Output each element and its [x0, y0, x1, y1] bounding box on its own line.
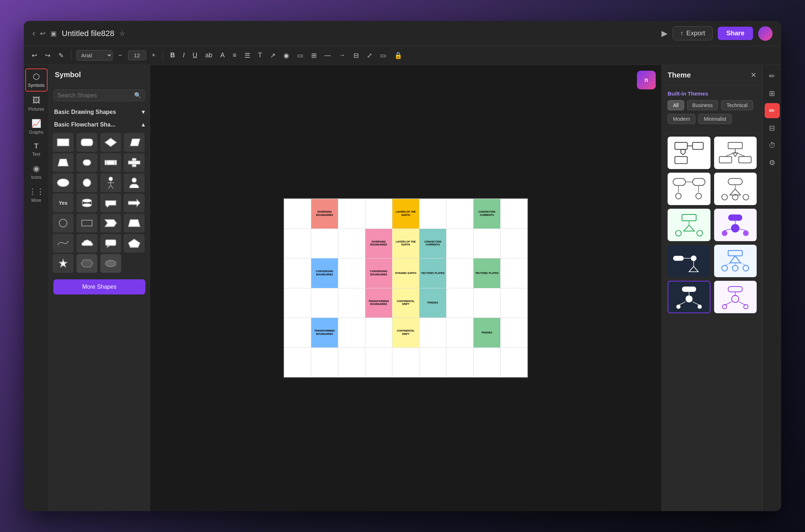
shape-rounded-rect[interactable]: [76, 133, 97, 152]
sidebar-item-text[interactable]: T Text: [25, 139, 48, 160]
theme-card-8[interactable]: [714, 245, 757, 277]
menu-button[interactable]: ↩: [40, 30, 45, 37]
redo-button[interactable]: ↪: [43, 50, 53, 61]
avatar[interactable]: [758, 26, 773, 41]
right-tool-settings[interactable]: ⚙: [765, 155, 780, 170]
text-button[interactable]: T: [256, 50, 264, 61]
right-tool-table[interactable]: ⊞: [765, 86, 780, 101]
right-tool-pen[interactable]: ✏: [765, 68, 780, 84]
shape-trapezoid2[interactable]: [124, 214, 145, 232]
filter-modern[interactable]: Modern: [668, 114, 695, 124]
font-select[interactable]: Arial: [76, 50, 113, 61]
more-shapes-button[interactable]: More Shapes: [53, 279, 145, 294]
resize-button[interactable]: ⤢: [365, 50, 374, 61]
fill-button[interactable]: ◉: [281, 50, 291, 61]
svg-line-80: [725, 263, 731, 265]
font-color-button[interactable]: A: [218, 50, 227, 61]
share-button[interactable]: Share: [718, 27, 753, 40]
shape-yes-decision[interactable]: Yes: [53, 194, 74, 212]
theme-card-5[interactable]: [668, 209, 711, 241]
shape-pentagon[interactable]: [124, 234, 145, 253]
arrow-button[interactable]: →: [337, 50, 348, 61]
shape-cross[interactable]: [124, 153, 145, 172]
shape-diamond[interactable]: [100, 133, 121, 152]
play-button[interactable]: ▶: [661, 29, 668, 38]
border-button[interactable]: ▭: [295, 50, 305, 61]
filter-all[interactable]: All: [668, 100, 684, 110]
sidebar-item-more[interactable]: ⋮⋮ More: [25, 184, 48, 206]
shape-user[interactable]: [124, 173, 145, 192]
line-style-button[interactable]: —: [322, 50, 333, 61]
theme-card-10[interactable]: [714, 281, 757, 313]
line-spacing-button[interactable]: ☰: [242, 50, 252, 61]
table-button[interactable]: ⊞: [309, 50, 319, 61]
back-button[interactable]: ‹: [32, 29, 35, 38]
filter-technical[interactable]: Technical: [721, 100, 753, 110]
connector-button[interactable]: ↗: [268, 50, 278, 61]
basic-flowchart-header[interactable]: Basic Flowchart Sha... ▴: [49, 118, 150, 131]
shape-cylinder[interactable]: [76, 194, 97, 212]
filter-minimalist[interactable]: Minimalist: [698, 114, 731, 124]
sidebar-item-pictures[interactable]: 🖼 Pictures: [25, 93, 48, 115]
right-tool-layout[interactable]: ⊟: [765, 120, 780, 136]
sidebar-item-graphs[interactable]: 📈 Graphs: [25, 116, 48, 138]
underline-button[interactable]: U: [190, 50, 199, 61]
sidebar-item-symbols[interactable]: ⬡ Symbols: [25, 68, 48, 92]
theme-card-2[interactable]: [714, 137, 757, 169]
shape-arrow-right[interactable]: [124, 194, 145, 212]
shape-cloud[interactable]: [76, 234, 97, 253]
frame-button[interactable]: ▭: [378, 50, 388, 61]
lock-button[interactable]: 🔒: [392, 50, 404, 61]
shape-circle[interactable]: [76, 173, 97, 192]
table-cell-diverging-2: DIVERGING BOUNDARIES: [365, 229, 392, 258]
table-cell: [474, 288, 501, 318]
bold-button[interactable]: B: [168, 50, 177, 61]
filter-business[interactable]: Business: [687, 100, 718, 110]
shape-chevron[interactable]: [100, 214, 121, 232]
shape-ellipse[interactable]: [53, 173, 74, 192]
favorite-button[interactable]: ☆: [119, 30, 125, 37]
shape-oval-dark[interactable]: [100, 254, 121, 273]
theme-card-4[interactable]: [714, 173, 757, 205]
italic-button[interactable]: I: [181, 50, 187, 61]
font-size-increase[interactable]: +: [150, 50, 158, 61]
shape-stadium[interactable]: [76, 153, 97, 172]
shape-rectangle[interactable]: [53, 133, 74, 152]
shape-callout[interactable]: [100, 234, 121, 253]
align-button[interactable]: ≡: [230, 50, 239, 61]
right-tool-history[interactable]: ⏱: [765, 138, 780, 153]
undo-button[interactable]: ↩: [30, 50, 39, 61]
shape-wave[interactable]: [53, 234, 74, 253]
right-tool-edit[interactable]: ✏: [765, 103, 780, 118]
basic-drawing-shapes-header[interactable]: Basic Drawing Shapes ▾: [49, 106, 150, 118]
table-cell: [365, 318, 392, 348]
strikethrough-button[interactable]: ab: [203, 50, 215, 61]
close-button[interactable]: ✕: [751, 71, 757, 79]
canvas-area[interactable]: n DIVERGING BOUNDARIES LAYERS OF THE EAR…: [150, 65, 661, 511]
basic-flowchart-label: Basic Flowchart Sha...: [54, 121, 115, 128]
table-cell-tectonic-1: TECTONIC PLATES: [419, 258, 447, 288]
layout-button[interactable]: ⊟: [351, 50, 361, 61]
theme-card-6[interactable]: [714, 209, 757, 241]
format-button[interactable]: ✎: [56, 50, 66, 61]
theme-card-7[interactable]: [668, 245, 711, 277]
shape-circle-outline[interactable]: [53, 214, 74, 232]
theme-card-3[interactable]: [668, 173, 711, 205]
shape-rectangle-outline[interactable]: [76, 214, 97, 232]
theme-card-1[interactable]: [668, 137, 711, 169]
theme-card-9[interactable]: [668, 281, 711, 313]
sidebar-item-icons[interactable]: ◉ Icons: [25, 161, 48, 183]
shape-hexagon-dark[interactable]: [76, 254, 97, 273]
svg-point-67: [743, 230, 749, 236]
diagram-container[interactable]: DIVERGING BOUNDARIES LAYERS OF THE EARTH…: [283, 198, 528, 378]
font-size-decrease[interactable]: −: [116, 50, 124, 61]
shape-parallelogram[interactable]: [124, 133, 145, 152]
shape-banner[interactable]: [100, 194, 121, 212]
shape-person[interactable]: [100, 173, 121, 192]
shape-double-bar[interactable]: [100, 153, 121, 172]
font-size-input[interactable]: [128, 50, 146, 60]
shape-star[interactable]: [53, 254, 74, 273]
shape-trapezoid[interactable]: [53, 153, 74, 172]
export-button[interactable]: ↑ Export: [673, 26, 713, 40]
search-input[interactable]: [57, 92, 131, 99]
